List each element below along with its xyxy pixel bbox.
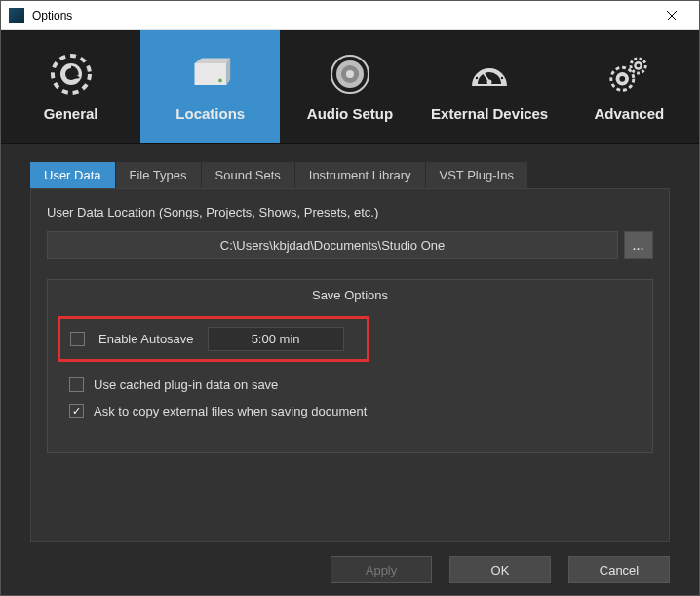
gears-icon — [607, 53, 650, 96]
app-icon — [9, 8, 24, 23]
user-data-heading: User Data Location (Songs, Projects, Sho… — [47, 205, 653, 219]
subtab-instrument-library[interactable]: Instrument Library — [295, 162, 426, 188]
svg-point-23 — [620, 75, 626, 81]
svg-point-18 — [488, 62, 490, 64]
tab-audio-label: Audio Setup — [307, 105, 393, 122]
gauge-icon — [468, 53, 511, 96]
dialog-footer: Apply OK Cancel — [1, 542, 699, 596]
close-button[interactable] — [652, 2, 691, 29]
copy-external-label: Ask to copy external files when saving d… — [94, 404, 367, 418]
copy-external-checkbox[interactable] — [69, 404, 84, 418]
subtab-file-types[interactable]: File Types — [116, 162, 202, 188]
cached-plugin-label: Use cached plug-in data on save — [94, 377, 278, 392]
enable-autosave-label: Enable Autosave — [98, 332, 194, 346]
gear-icon — [50, 53, 93, 96]
svg-point-16 — [476, 76, 478, 78]
primary-tabbar: General Locations Audio Setup — [1, 30, 699, 143]
sub-tabbar: User Data File Types Sound Sets Instrume… — [1, 144, 699, 188]
tab-external-devices[interactable]: External Devices — [420, 30, 560, 143]
subtab-sound-sets[interactable]: Sound Sets — [202, 162, 295, 188]
tab-audio-setup[interactable]: Audio Setup — [280, 30, 419, 143]
copy-external-row: Ask to copy external files when saving d… — [69, 404, 637, 418]
tab-advanced[interactable]: Advanced — [560, 30, 699, 143]
drive-icon — [189, 53, 232, 96]
tab-advanced-label: Advanced — [594, 105, 664, 122]
user-data-panel: User Data Location (Songs, Projects, Sho… — [30, 188, 670, 542]
autosave-interval-field[interactable]: 5:00 min — [208, 327, 344, 351]
svg-point-19 — [496, 66, 498, 68]
cached-plugin-row: Use cached plug-in data on save — [69, 377, 637, 392]
enable-autosave-checkbox[interactable] — [70, 332, 85, 346]
save-options-section: Save Options Enable Autosave 5:00 min Us… — [47, 279, 653, 453]
svg-point-13 — [346, 70, 354, 78]
ok-button[interactable]: OK — [449, 556, 551, 583]
browse-button[interactable]: ... — [624, 231, 653, 259]
save-options-heading: Save Options — [63, 280, 637, 316]
cancel-button[interactable]: Cancel — [568, 556, 670, 583]
apply-button[interactable]: Apply — [331, 556, 432, 583]
tab-locations-label: Locations — [175, 105, 245, 122]
svg-point-17 — [481, 66, 483, 68]
titlebar: Options — [1, 1, 699, 30]
user-data-path-field[interactable]: C:\Users\kbjdad\Documents\Studio One — [47, 231, 618, 259]
subtab-vst-plugins[interactable]: VST Plug-Ins — [426, 162, 528, 188]
tab-general[interactable]: General — [1, 30, 140, 143]
cached-plugin-checkbox[interactable] — [69, 377, 84, 392]
tab-general-label: General — [44, 105, 98, 122]
svg-point-9 — [218, 78, 222, 82]
speaker-icon — [329, 53, 371, 96]
svg-point-26 — [637, 63, 641, 67]
tab-external-label: External Devices — [431, 105, 548, 122]
svg-rect-6 — [194, 63, 226, 85]
window-title: Options — [32, 9, 652, 22]
content-area: User Data File Types Sound Sets Instrume… — [1, 143, 699, 596]
svg-point-15 — [487, 79, 492, 84]
svg-marker-7 — [194, 58, 230, 63]
autosave-highlight: Enable Autosave 5:00 min — [58, 316, 369, 362]
subtab-user-data[interactable]: User Data — [30, 162, 116, 188]
svg-point-20 — [501, 76, 503, 78]
user-data-path-row: C:\Users\kbjdad\Documents\Studio One ... — [47, 231, 653, 259]
tab-locations[interactable]: Locations — [140, 30, 280, 143]
close-icon — [666, 10, 678, 21]
